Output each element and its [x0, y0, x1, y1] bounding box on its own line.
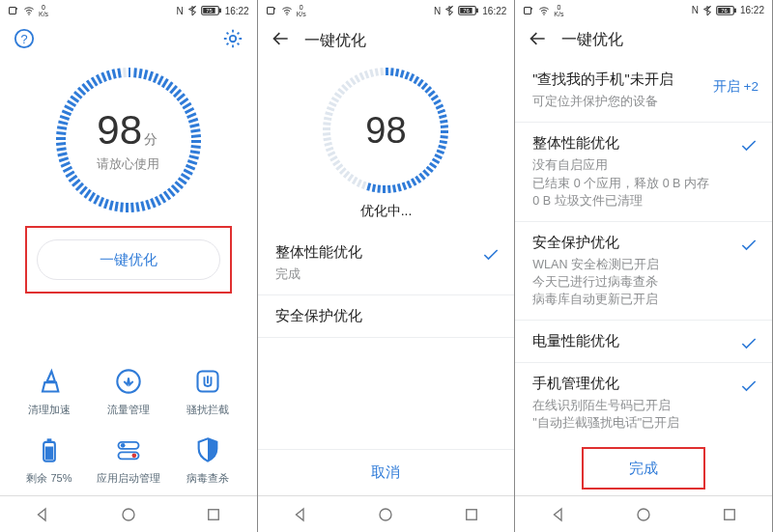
svg-point-22 [273, 8, 275, 10]
net-speed: 0K/s [554, 4, 563, 17]
clock: 16:22 [482, 6, 506, 16]
list-item: 电量性能优化 [515, 321, 772, 363]
svg-rect-20 [209, 509, 219, 519]
progress-label: 优化中... [258, 203, 515, 220]
highlight-done-button: 完成 [582, 447, 705, 490]
svg-rect-21 [267, 8, 273, 14]
nfc-indicator: N [692, 5, 699, 15]
feature-traffic[interactable]: 流量管理 [89, 368, 168, 417]
check-icon [739, 334, 759, 353]
item-sub: 在线识别陌生号码已开启 "自动拦截骚扰电话"已开启 [532, 397, 724, 432]
feature-label: 应用启动管理 [97, 471, 160, 486]
svg-rect-0 [10, 8, 16, 14]
net-speed: 0K/s [39, 4, 48, 17]
nav-back[interactable] [34, 506, 51, 523]
feature-battery[interactable]: 剩余 75% [10, 436, 89, 486]
screen-main: 0K/s N 75 16:22 ? 98 分 请放心使用 一 [0, 0, 258, 532]
net-speed: 0K/s [297, 4, 306, 17]
item-title: 安全保护优化 [532, 234, 724, 252]
svg-point-16 [121, 443, 126, 448]
wifi-icon [23, 5, 35, 16]
nav-recent[interactable] [721, 506, 738, 523]
clock: 16:22 [740, 5, 764, 15]
item-sub: WLAN 安全检测已开启 今天已进行过病毒查杀 病毒库自动更新已开启 [532, 256, 724, 308]
optimize-list: 整体性能优化 完成 安全保护优化 [258, 232, 515, 449]
feature-grid: 清理加速 流量管理 骚扰拦截 剩余 75% 应用启动管理 病毒查杀 [0, 354, 257, 495]
card-icon [266, 5, 277, 16]
svg-point-32 [544, 14, 546, 15]
banner-item[interactable]: "查找我的手机"未开启 可定位并保护您的设备 开启 +2 [515, 59, 772, 123]
check-icon [481, 245, 501, 265]
svg-text:?: ? [20, 32, 27, 46]
top-bar: 一键优化 [515, 21, 772, 60]
item-title: "查找我的手机"未开启 [532, 70, 702, 89]
traffic-icon [115, 368, 142, 395]
feature-label: 清理加速 [28, 403, 71, 417]
feature-label: 病毒查杀 [186, 471, 229, 486]
optimize-button[interactable]: 一键优化 [37, 239, 220, 280]
feature-block[interactable]: 骚扰拦截 [168, 368, 247, 417]
top-bar: 一键优化 [258, 21, 515, 60]
feature-startup[interactable]: 应用启动管理 [89, 436, 168, 486]
list-item: 整体性能优化 没有自启应用 已结束 0 个应用，释放 0 B 内存 0 B 垃圾… [515, 123, 772, 221]
battery-icon: 76 [458, 5, 479, 16]
nav-home[interactable] [377, 506, 394, 523]
hand-icon [194, 368, 221, 395]
svg-text:76: 76 [463, 8, 470, 14]
svg-text:75: 75 [206, 8, 213, 14]
highlight-optimize-button: 一键优化 [25, 226, 232, 294]
score-dial: 98 [258, 60, 515, 193]
list-item: 安全保护优化 [258, 295, 515, 338]
status-bar: 0K/s N 76 16:22 [258, 0, 515, 21]
svg-rect-29 [467, 509, 477, 519]
item-sub: 可定位并保护您的设备 [532, 93, 702, 110]
back-icon[interactable] [272, 29, 291, 52]
cancel-button[interactable]: 取消 [258, 449, 515, 495]
page-title: 一键优化 [304, 31, 366, 51]
status-bar: 0K/s N 76 16:22 [515, 0, 772, 21]
nav-recent[interactable] [463, 506, 480, 523]
help-icon[interactable]: ? [14, 28, 35, 53]
battery-icon [36, 436, 63, 463]
feature-label: 剩余 75% [26, 471, 72, 486]
nav-back[interactable] [292, 506, 309, 523]
item-title: 整体性能优化 [532, 134, 724, 153]
item-title: 安全保护优化 [275, 307, 467, 325]
nav-back[interactable] [550, 506, 567, 523]
item-title: 手机管理优化 [532, 375, 724, 393]
svg-point-9 [229, 36, 235, 42]
svg-rect-34 [734, 9, 736, 13]
list-item: 手机管理优化 在线识别陌生号码已开启 "自动拦截骚扰电话"已开启 [515, 363, 772, 443]
check-icon [739, 236, 759, 255]
screen-optimizing: 0K/s N 76 16:22 一键优化 98 优化中... 整体性能优化 完成… [258, 0, 516, 532]
back-icon[interactable] [529, 29, 548, 52]
battery-icon: 76 [716, 5, 737, 16]
feature-cleanup[interactable]: 清理加速 [10, 368, 89, 417]
results-list: "查找我的手机"未开启 可定位并保护您的设备 开启 +2 整体性能优化 没有自启… [515, 59, 772, 443]
feature-label: 流量管理 [107, 403, 150, 417]
bluetooth-icon [701, 5, 713, 16]
item-sub: 没有自启应用 已结束 0 个应用，释放 0 B 内存 0 B 垃圾文件已清理 [532, 156, 724, 209]
svg-rect-14 [45, 447, 53, 460]
item-sub: 完成 [275, 266, 467, 283]
nav-home[interactable] [120, 506, 137, 523]
card-icon [8, 5, 19, 16]
list-item: 安全保护优化 WLAN 安全检测已开启 今天已进行过病毒查杀 病毒库自动更新已开… [515, 222, 772, 321]
svg-point-23 [286, 14, 288, 15]
item-title: 整体性能优化 [275, 243, 467, 262]
svg-point-31 [531, 8, 533, 10]
bluetooth-icon [444, 5, 455, 16]
feature-label: 骚扰拦截 [186, 403, 229, 417]
svg-point-1 [16, 8, 18, 10]
done-button[interactable]: 完成 [584, 449, 703, 488]
check-icon [739, 136, 759, 155]
feature-virus[interactable]: 病毒查杀 [168, 436, 247, 486]
item-title: 电量性能优化 [532, 332, 724, 350]
nav-recent[interactable] [205, 506, 222, 523]
enable-action[interactable]: 开启 +2 [713, 78, 759, 96]
gear-icon[interactable] [222, 28, 243, 53]
nav-home[interactable] [635, 506, 652, 523]
nav-bar [0, 495, 257, 532]
svg-rect-13 [47, 438, 52, 442]
shield-icon [194, 436, 221, 463]
